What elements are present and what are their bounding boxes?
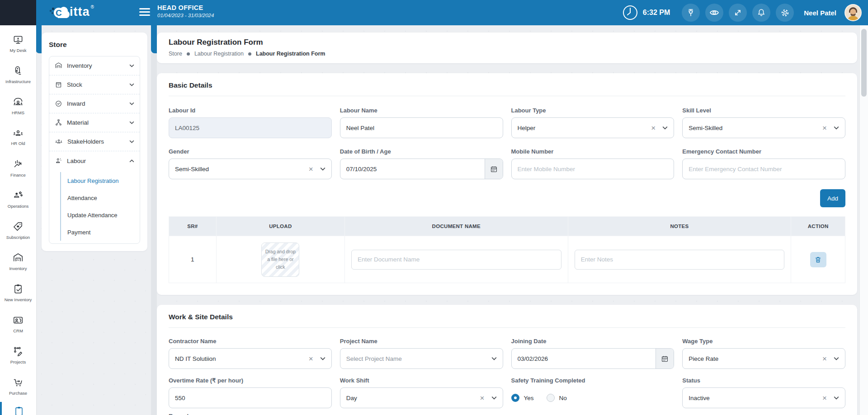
add-document-button[interactable]: Add xyxy=(820,189,845,207)
clear-icon[interactable]: × xyxy=(822,355,827,363)
sidebar-subitem-labour-registration[interactable]: Labour Registration xyxy=(67,172,140,189)
status-select[interactable]: Inactive × xyxy=(682,387,845,408)
fullscreen-button[interactable] xyxy=(729,4,747,22)
field-labour-name: Labour Name xyxy=(340,107,503,138)
rail-item-purchase[interactable]: Purchase xyxy=(0,371,36,402)
scrollbar-thumb[interactable] xyxy=(861,29,867,97)
rail-item-infrastructure[interactable]: Infrastructure xyxy=(0,59,36,90)
document-name-input[interactable] xyxy=(351,250,561,270)
rail-item-hrms[interactable]: HRMS xyxy=(0,90,36,121)
rail-item-projects[interactable]: Projects xyxy=(0,340,36,371)
preview-button[interactable] xyxy=(705,4,723,22)
breadcrumb-store[interactable]: Store xyxy=(169,51,182,57)
current-time: 6:32 PM xyxy=(643,9,670,17)
emergency-contact-input[interactable] xyxy=(682,159,845,179)
safety-yes-radio[interactable] xyxy=(511,394,519,402)
chevron-down-icon xyxy=(129,64,134,67)
badge-check-icon xyxy=(55,100,62,107)
clear-icon[interactable]: × xyxy=(480,394,485,402)
chevron-down-icon[interactable] xyxy=(491,357,497,360)
wage-type-select[interactable]: Piece Rate × xyxy=(682,348,845,369)
project-name-select[interactable]: Select Project Name xyxy=(340,348,503,369)
purchase-icon xyxy=(12,377,24,388)
chevron-down-icon[interactable] xyxy=(320,167,326,171)
calendar-icon xyxy=(490,165,498,173)
office-selector[interactable]: HEAD OFFICE 01/04/2023 - 31/03/2024 xyxy=(157,4,214,18)
field-overtime-rate: Overtime Rate (₹ per hour) xyxy=(169,377,332,408)
pin-button[interactable] xyxy=(682,4,700,22)
sidebar-subitem-update-attendance[interactable]: Update Attendance xyxy=(67,206,140,224)
rail-item-crm[interactable]: CRM xyxy=(0,308,36,340)
clear-icon[interactable]: × xyxy=(309,165,313,173)
field-joining-date: Joining Date xyxy=(511,338,675,369)
chevron-down-icon[interactable] xyxy=(834,357,839,360)
rail-item-finance[interactable]: Finance xyxy=(0,153,36,184)
sidebar-menu: Inventory Stock Inward Material Stak xyxy=(49,56,140,244)
calendar-button[interactable] xyxy=(656,349,674,368)
breadcrumb-separator xyxy=(248,52,251,56)
clear-icon[interactable]: × xyxy=(651,124,656,132)
store-sidebar: Store Inventory Stock Inward Material xyxy=(42,33,147,251)
sidebar-item-stock[interactable]: Stock xyxy=(49,75,140,94)
delete-row-button[interactable] xyxy=(810,252,826,267)
rail-item-store-active[interactable] xyxy=(0,402,36,415)
sidebar-item-inward[interactable]: Inward xyxy=(49,94,140,113)
rail-item-my-desk[interactable]: My Desk xyxy=(0,28,36,59)
chevron-down-icon[interactable] xyxy=(834,396,839,400)
gender-select[interactable]: Semi-Skilled × xyxy=(169,159,332,179)
rail-item-subscription[interactable]: Subscription xyxy=(0,215,36,246)
overtime-rate-input[interactable] xyxy=(169,387,332,408)
eye-icon xyxy=(709,8,719,18)
joining-date-input[interactable] xyxy=(512,349,656,368)
settings-button[interactable] xyxy=(776,4,794,22)
notes-input[interactable] xyxy=(575,250,785,270)
rail-item-new-inventory[interactable]: New Inventory xyxy=(0,277,36,308)
sidebar-item-material[interactable]: Material xyxy=(49,113,140,132)
field-labour-type: Labour Type Helper × xyxy=(511,107,675,138)
skill-level-select[interactable]: Semi-Skilled × xyxy=(682,117,845,138)
hamburger-menu-icon[interactable] xyxy=(139,8,150,18)
stakeholders-icon xyxy=(55,138,63,145)
work-shift-select[interactable]: Day × xyxy=(340,387,503,408)
labour-name-input[interactable] xyxy=(340,117,503,138)
work-details-grid: Contractor Name ND IT Solutiion × Projec… xyxy=(169,338,845,408)
documents-table: SR# UPLOAD DOCUMENT NAME NOTES ACTION 1 … xyxy=(169,216,845,283)
safety-no-radio[interactable] xyxy=(547,394,555,402)
sidebar-subitem-payment[interactable]: Payment xyxy=(67,224,140,241)
labour-type-select[interactable]: Helper × xyxy=(511,117,675,138)
contractor-name-select[interactable]: ND IT Solutiion × xyxy=(169,348,332,369)
inventory-icon xyxy=(12,252,24,264)
office-name: HEAD OFFICE xyxy=(157,4,214,11)
notifications-button[interactable] xyxy=(752,4,770,22)
vertical-scrollbar[interactable] xyxy=(859,25,868,415)
rail-item-inventory[interactable]: Inventory xyxy=(0,246,36,277)
col-notes: NOTES xyxy=(568,217,791,236)
rail-item-operations[interactable]: Operations xyxy=(0,184,36,215)
document-name-cell xyxy=(344,236,568,283)
user-name[interactable]: Neel Patel xyxy=(804,9,836,17)
field-dob: Date of Birth / Age xyxy=(340,148,503,179)
sidebar-item-inventory[interactable]: Inventory xyxy=(49,56,140,75)
clear-icon[interactable]: × xyxy=(822,394,827,402)
operations-icon xyxy=(12,190,24,201)
mobile-input[interactable] xyxy=(511,159,675,179)
sidebar-subitem-attendance[interactable]: Attendance xyxy=(67,189,140,206)
chevron-down-icon[interactable] xyxy=(662,126,668,130)
pin-icon xyxy=(686,8,695,17)
sidebar-item-labour[interactable]: Labour xyxy=(49,151,140,170)
clear-icon[interactable]: × xyxy=(822,124,827,132)
calendar-button[interactable] xyxy=(485,159,503,179)
clear-icon[interactable]: × xyxy=(309,355,313,363)
subscription-icon xyxy=(12,221,24,233)
dob-input[interactable] xyxy=(340,159,485,179)
rail-item-hr-old[interactable]: HR Old xyxy=(0,121,36,153)
field-contractor-name: Contractor Name ND IT Solutiion × xyxy=(169,338,332,369)
chevron-down-icon[interactable] xyxy=(834,126,839,130)
breadcrumb-labour-registration[interactable]: Labour Registration xyxy=(194,51,244,57)
user-avatar[interactable] xyxy=(844,4,862,21)
sidebar-item-stakeholders[interactable]: StakeHolders xyxy=(49,132,140,151)
chevron-down-icon[interactable] xyxy=(320,357,326,360)
chevron-down-icon[interactable] xyxy=(491,396,497,400)
avatar-image xyxy=(845,5,861,20)
file-dropzone[interactable]: Drag and drop a file here or click xyxy=(261,242,299,277)
